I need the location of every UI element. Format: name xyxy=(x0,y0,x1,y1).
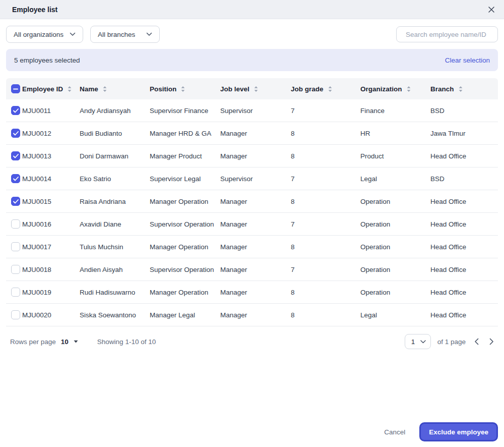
select-all-checkbox[interactable] xyxy=(11,84,20,93)
search-box[interactable] xyxy=(396,26,498,42)
row-checkbox[interactable] xyxy=(11,219,20,229)
column-header-employee-id[interactable]: Employee ID xyxy=(22,85,80,93)
table-row: MJU0016 Axavidi Diane Supervisor Operati… xyxy=(6,213,498,236)
cell-branch: Head Office xyxy=(430,152,498,160)
organization-filter[interactable]: All organizations xyxy=(6,26,83,43)
cell-position: Manager Product xyxy=(150,152,220,160)
exclude-employee-button[interactable]: Exclude employee xyxy=(419,422,498,441)
cell-job-level: Supervisor xyxy=(220,175,291,183)
cell-job-level: Manager xyxy=(220,266,291,273)
cell-employee-id: MJU0012 xyxy=(22,130,80,137)
close-button[interactable] xyxy=(486,4,497,15)
row-checkbox[interactable] xyxy=(11,310,20,319)
of-pages-label: of 1 page xyxy=(437,338,466,346)
cancel-button[interactable]: Cancel xyxy=(381,424,408,440)
cell-position: Supervisor Operation xyxy=(150,266,220,273)
row-checkbox[interactable] xyxy=(11,242,20,251)
cell-organization: Finance xyxy=(360,107,430,115)
sort-icon xyxy=(67,86,72,92)
cell-name: Andy Ardiansyah xyxy=(80,107,150,115)
table-row: MJU0018 Andien Aisyah Supervisor Operati… xyxy=(6,258,498,281)
row-checkbox[interactable] xyxy=(11,288,20,297)
branch-filter[interactable]: All branches xyxy=(90,26,160,43)
cell-name: Siska Soewantono xyxy=(80,311,150,319)
cell-name: Budi Budianto xyxy=(80,130,150,137)
column-header-name[interactable]: Name xyxy=(80,85,150,93)
rows-per-page-control[interactable]: Rows per page 10 xyxy=(10,338,78,346)
cell-employee-id: MJU0014 xyxy=(22,175,80,183)
row-checkbox[interactable] xyxy=(11,197,20,206)
cell-position: Supervisor Legal xyxy=(150,175,220,183)
cell-organization: Operation xyxy=(360,198,430,205)
row-checkbox[interactable] xyxy=(11,174,20,183)
sort-icon xyxy=(254,86,259,92)
cell-organization: Legal xyxy=(360,311,430,319)
pager: 1 of 1 page xyxy=(405,334,496,349)
row-checkbox[interactable] xyxy=(11,129,20,138)
table-row: MJU0014 Eko Satrio Supervisor Legal Supe… xyxy=(6,167,498,190)
page-select[interactable]: 1 xyxy=(405,334,431,349)
cell-branch: BSD xyxy=(430,107,498,115)
cell-employee-id: MJU0017 xyxy=(22,243,80,251)
cell-branch: BSD xyxy=(430,175,498,183)
search-input[interactable] xyxy=(406,31,495,38)
table-row: MJU0011 Andy Ardiansyah Supervisor Finan… xyxy=(6,99,498,122)
column-header-position[interactable]: Position xyxy=(150,85,220,93)
prev-page-button[interactable] xyxy=(472,336,481,347)
footer-actions: Cancel Exclude employee xyxy=(0,422,504,447)
cell-job-grade: 7 xyxy=(291,266,360,273)
cell-employee-id: MJU0011 xyxy=(22,107,80,115)
cell-branch: Head Office xyxy=(430,311,498,319)
cell-branch: Jawa Tlmur xyxy=(430,130,498,137)
cell-job-level: Manager xyxy=(220,130,291,137)
table-row: MJU0019 Rudi Hadisuwarno Manager Operati… xyxy=(6,281,498,304)
cell-name: Doni Darmawan xyxy=(80,152,150,160)
chevron-down-icon xyxy=(70,32,76,36)
column-header-branch[interactable]: Branch xyxy=(430,85,498,93)
cell-organization: Operation xyxy=(360,289,430,296)
close-icon xyxy=(488,6,495,13)
cell-organization: Operation xyxy=(360,243,430,251)
selection-banner: 5 employees selected Clear selection xyxy=(6,49,498,71)
cell-employee-id: MJU0020 xyxy=(22,311,80,319)
cell-job-level: Manager xyxy=(220,220,291,228)
chevron-down-icon xyxy=(420,340,426,344)
clear-selection-link[interactable]: Clear selection xyxy=(445,57,490,64)
sort-icon xyxy=(102,86,107,92)
table-row: MJU0012 Budi Budianto Manager HRD & GA M… xyxy=(6,122,498,145)
cell-job-level: Supervisor xyxy=(220,107,291,115)
organization-filter-label: All organizations xyxy=(14,31,64,38)
cell-job-level: Manager xyxy=(220,152,291,160)
cell-job-grade: 7 xyxy=(291,220,360,228)
cell-name: Andien Aisyah xyxy=(80,266,150,273)
table-row: MJU0017 Tulus Muchsin Manager Operation … xyxy=(6,236,498,258)
sort-icon xyxy=(406,86,411,92)
next-page-button[interactable] xyxy=(487,336,496,347)
showing-text: Showing 1-10 of 10 xyxy=(97,338,156,346)
cell-organization: Legal xyxy=(360,175,430,183)
chevron-down-icon xyxy=(146,32,152,36)
table-row: MJU0020 Siska Soewantono Manager Legal M… xyxy=(6,304,498,326)
row-checkbox[interactable] xyxy=(11,151,20,160)
rows-per-page-label: Rows per page xyxy=(10,338,56,346)
cell-name: Raisa Andriana xyxy=(80,198,150,205)
row-checkbox[interactable] xyxy=(11,106,20,115)
chevron-right-icon xyxy=(489,338,494,345)
cell-organization: Operation xyxy=(360,266,430,273)
check-icon xyxy=(13,108,19,113)
cell-name: Tulus Muchsin xyxy=(80,243,150,251)
cell-job-level: Manager xyxy=(220,243,291,251)
minus-icon xyxy=(13,88,18,90)
chevron-left-icon xyxy=(474,338,479,345)
caret-down-icon xyxy=(74,340,78,343)
check-icon xyxy=(13,154,19,158)
cell-position: Manager Operation xyxy=(150,243,220,251)
cell-name: Eko Satrio xyxy=(80,175,150,183)
row-checkbox[interactable] xyxy=(11,265,20,274)
column-header-job-level[interactable]: Job level xyxy=(220,85,291,93)
table-header-row: Employee ID Name Position Job level Job … xyxy=(6,78,498,99)
cell-employee-id: MJU0019 xyxy=(22,289,80,296)
cell-organization: Product xyxy=(360,152,430,160)
column-header-organization[interactable]: Organization xyxy=(360,85,430,93)
column-header-job-grade[interactable]: Job grade xyxy=(291,85,360,93)
